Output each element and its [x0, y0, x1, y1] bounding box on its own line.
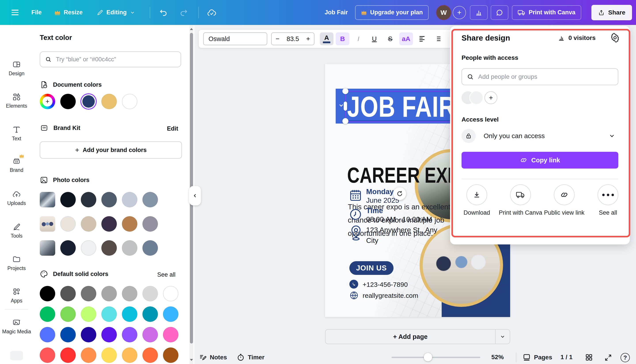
color-swatch[interactable] [60, 348, 76, 363]
share-button[interactable]: Share [591, 5, 632, 20]
font-family-dropdown[interactable]: Oswald [203, 32, 267, 45]
truck-icon[interactable] [510, 184, 531, 205]
color-swatch[interactable] [60, 286, 76, 301]
color-swatch[interactable] [142, 327, 158, 342]
add-page-dropdown[interactable] [496, 330, 510, 344]
color-swatch[interactable] [60, 327, 76, 342]
color-swatch[interactable] [101, 348, 117, 363]
poster-cta-button[interactable]: JOIN US [349, 261, 394, 275]
text-case-button[interactable]: aA [399, 32, 413, 45]
redo-button[interactable] [179, 8, 188, 17]
color-swatch[interactable] [60, 306, 76, 322]
editing-mode-dropdown[interactable]: Editing [97, 9, 135, 16]
color-swatch[interactable] [122, 216, 137, 232]
download-icon[interactable] [466, 184, 487, 205]
color-swatch[interactable] [81, 306, 96, 322]
poster-date-value[interactable]: June 2025 [366, 196, 399, 204]
see-all-action[interactable]: See all [586, 184, 630, 217]
font-size-decrease[interactable]: − [276, 35, 279, 42]
fullscreen-button[interactable] [604, 354, 612, 362]
zoom-slider-handle[interactable] [424, 353, 432, 361]
pages-button[interactable]: Pages [522, 351, 552, 364]
undo-button[interactable] [159, 8, 168, 17]
add-people-input[interactable] [478, 73, 613, 80]
color-swatch[interactable] [101, 240, 117, 256]
color-search-input[interactable] [56, 56, 176, 63]
color-swatch[interactable] [81, 286, 96, 301]
selection-handle-nw[interactable] [342, 88, 349, 94]
poster-time-label[interactable]: Time [366, 206, 383, 215]
copy-link-button[interactable]: Copy link [462, 152, 618, 168]
rotate-handle[interactable] [393, 187, 406, 200]
photo-thumbnail[interactable] [40, 240, 55, 256]
selection-handle-w[interactable] [344, 102, 347, 111]
color-swatch[interactable] [81, 216, 96, 232]
zoom-level[interactable]: 52% [491, 354, 504, 361]
poster-phone[interactable]: +123-456-7890 [363, 281, 408, 288]
sidebar-item-tools[interactable]: Tools [0, 222, 33, 239]
color-swatch[interactable] [142, 306, 158, 322]
public-view-link-action[interactable]: Public view link [542, 184, 586, 217]
underline-button[interactable]: U [368, 32, 381, 45]
sidebar-item-design[interactable]: Design [0, 60, 33, 76]
poster-time-value[interactable]: 08.00 AM - 10.00 AM [366, 215, 432, 224]
color-swatch[interactable] [40, 327, 55, 342]
color-swatch[interactable] [163, 348, 178, 363]
color-swatch[interactable] [122, 240, 137, 256]
sidebar-item-brand[interactable]: co Brand [0, 157, 33, 173]
color-swatch[interactable] [101, 192, 117, 207]
visitors-button[interactable]: 0 visitors [558, 34, 595, 42]
color-swatch[interactable] [142, 348, 158, 363]
main-menu-button[interactable] [12, 8, 19, 17]
color-swatch[interactable] [101, 306, 117, 322]
color-swatch[interactable] [40, 286, 55, 301]
add-member-button[interactable]: + [453, 6, 466, 19]
color-swatch[interactable] [122, 306, 137, 322]
insights-button[interactable] [470, 5, 488, 20]
color-swatch[interactable] [163, 306, 178, 322]
color-swatch[interactable] [60, 94, 76, 109]
upgrade-plan-button[interactable]: Upgrade your plan [355, 5, 429, 20]
bold-button[interactable]: B [336, 32, 349, 45]
add-brand-colors-button[interactable]: + Add your brand colors [40, 142, 182, 158]
access-level-dropdown[interactable]: Only you can access [462, 128, 618, 144]
color-swatch[interactable] [122, 348, 137, 363]
color-swatch[interactable] [122, 327, 137, 342]
grid-view-button[interactable] [585, 353, 593, 362]
poster-website[interactable]: reallygreatsite.com [363, 292, 418, 299]
file-menu[interactable]: File [31, 9, 42, 16]
print-with-canva-button[interactable]: Print with Canva [512, 5, 581, 20]
italic-button[interactable]: I [352, 32, 365, 45]
sidebar-item-uploads[interactable]: Uploads [0, 190, 33, 206]
link-icon[interactable] [554, 184, 575, 205]
color-swatch[interactable] [60, 192, 76, 207]
notes-button[interactable]: Notes [199, 351, 227, 364]
color-swatch[interactable] [122, 286, 137, 301]
resize-button[interactable]: Resize [54, 9, 83, 16]
add-color-button[interactable]: + [40, 94, 55, 109]
sidebar-item-elements[interactable]: Elements [0, 93, 33, 109]
color-swatch[interactable] [101, 94, 117, 109]
text-align-button[interactable] [415, 32, 429, 45]
color-swatch[interactable] [101, 286, 117, 301]
sidebar-item-apps[interactable]: Apps [0, 288, 33, 304]
color-swatch[interactable] [82, 95, 95, 108]
color-swatch[interactable] [122, 192, 137, 207]
default-colors-see-all[interactable]: See all [157, 271, 176, 278]
add-person-button[interactable]: + [485, 91, 497, 104]
save-status-cloud-icon[interactable] [207, 8, 217, 17]
zoom-slider[interactable] [392, 357, 480, 358]
design-title[interactable]: Job Fair [325, 9, 348, 16]
add-page-button[interactable]: + Add page [326, 330, 496, 344]
help-button[interactable]: ? [620, 353, 630, 362]
font-size-increase[interactable]: + [306, 35, 310, 42]
ellipsis-icon[interactable] [597, 184, 618, 205]
print-with-canva-action[interactable]: Print with Canva [499, 184, 542, 217]
poster-address[interactable]: 123 Anywhere St., Any City [366, 224, 437, 246]
color-swatch[interactable] [60, 240, 76, 256]
color-swatch[interactable] [122, 94, 137, 109]
selection-handle-sw[interactable] [342, 118, 349, 124]
list-button[interactable] [431, 32, 445, 45]
sidebar-item-magic-media[interactable]: Magic Media [0, 318, 33, 335]
color-swatch[interactable] [142, 216, 158, 232]
